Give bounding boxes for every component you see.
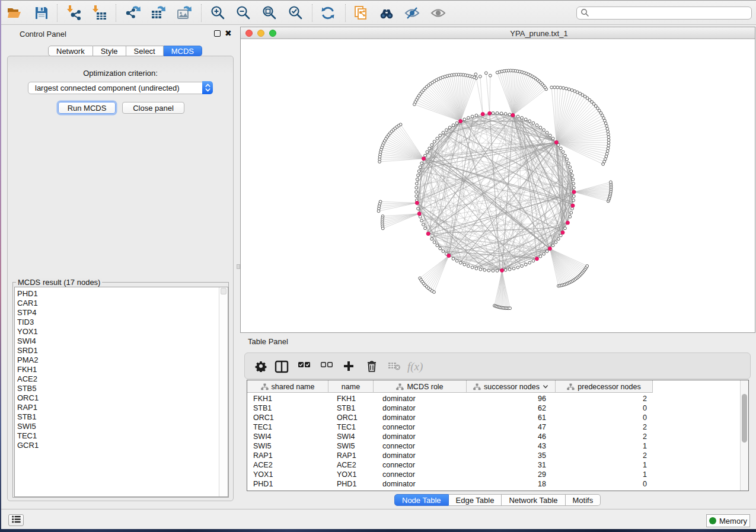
search-input[interactable]	[589, 9, 751, 17]
gear-icon[interactable]	[255, 360, 267, 372]
table-row[interactable]: SWI4SWI4dominator462	[247, 432, 741, 441]
mcds-result-title: MCDS result (17 nodes)	[16, 278, 102, 287]
show-all-icon[interactable]	[430, 5, 446, 21]
control-panel-tabs: NetworkStyleSelectMCDS	[48, 46, 202, 56]
mcds-result-node[interactable]: STB1	[17, 412, 219, 422]
table-tab-motifs[interactable]: Motifs	[566, 494, 601, 506]
export-table-icon[interactable]	[150, 5, 167, 21]
column-header-predecessor-nodes[interactable]: predecessor nodes	[556, 380, 653, 393]
first-neighbors-icon[interactable]	[378, 5, 395, 21]
mcds-result-node[interactable]: PMA2	[17, 355, 219, 365]
table-panel-title: Table Panel	[248, 337, 288, 346]
memory-button[interactable]: Memory	[706, 514, 750, 527]
table-row[interactable]: TEC1TEC1connector472	[247, 422, 741, 432]
svg-text:f(x): f(x)	[407, 360, 423, 373]
table-tab-network-table[interactable]: Network Table	[502, 494, 565, 506]
cell-mcds-role: dominator	[382, 479, 416, 489]
cell-shared-name: ORC1	[253, 413, 274, 422]
hide-selected-icon[interactable]	[404, 5, 420, 21]
control-tab-mcds[interactable]: MCDS	[164, 46, 202, 56]
mcds-result-node[interactable]: PHD1	[17, 289, 219, 299]
control-tab-select[interactable]: Select	[126, 46, 164, 56]
network-canvas[interactable]	[241, 39, 755, 332]
table-scrollbar-thumb[interactable]	[742, 394, 747, 443]
import-network-icon[interactable]	[66, 5, 82, 21]
export-network-icon[interactable]	[125, 5, 141, 21]
mcds-result-node[interactable]: SRD1	[17, 346, 219, 355]
table-row[interactable]: SWI5SWI5connector431	[247, 441, 741, 451]
table-row[interactable]: YOX1YOX1connector291	[247, 470, 741, 479]
table-row[interactable]: FKH1FKH1dominator962	[247, 394, 741, 403]
column-header-shared-name[interactable]: shared name	[247, 380, 328, 393]
table-scrollbar[interactable]	[740, 380, 748, 491]
float-icon[interactable]	[214, 30, 221, 37]
mcds-result-node[interactable]: GCR1	[17, 441, 219, 450]
close-panel-button[interactable]: Close panel	[122, 102, 184, 114]
cell-predecessor-nodes: 0	[556, 403, 647, 413]
table-tab-edge-table[interactable]: Edge Table	[449, 494, 502, 506]
mcds-result-node[interactable]: SWI5	[17, 422, 219, 431]
close-icon[interactable]: ✖	[225, 30, 232, 37]
save-session-icon[interactable]	[33, 5, 50, 21]
cell-successor-nodes: 31	[467, 460, 546, 470]
zoom-fit-icon[interactable]	[261, 5, 277, 21]
table-row[interactable]: PHD1PHD1dominator180	[247, 479, 741, 489]
mcds-result-node[interactable]: ORC1	[17, 393, 219, 403]
mcds-result-node[interactable]: SWI4	[17, 336, 219, 346]
column-header-MCDS-role[interactable]: MCDS role	[374, 380, 467, 393]
toolbar-separator	[312, 4, 312, 22]
mcds-result-node[interactable]: TEC1	[17, 431, 219, 441]
cell-shared-name: ACE2	[253, 460, 273, 470]
cell-successor-nodes: 61	[467, 413, 546, 422]
control-tab-network[interactable]: Network	[48, 46, 93, 56]
cell-predecessor-nodes: 1	[556, 470, 647, 479]
cell-shared-name: RAP1	[253, 451, 273, 460]
zoom-out-icon[interactable]	[235, 5, 251, 21]
add-icon[interactable]	[343, 360, 355, 372]
refresh-icon[interactable]	[320, 5, 336, 21]
control-panel-title: Control Panel	[20, 30, 66, 39]
show-columns-icon[interactable]	[275, 360, 289, 372]
deselect-all-icon[interactable]	[320, 360, 333, 372]
run-mcds-button[interactable]: Run MCDS	[58, 102, 116, 114]
cell-name: SWI4	[337, 432, 355, 441]
mcds-result-node[interactable]: FKH1	[17, 365, 219, 374]
column-header-successor-nodes[interactable]: successor nodes	[467, 380, 556, 393]
import-table-icon[interactable]	[91, 5, 108, 21]
mcds-result-list[interactable]: PHD1CAR1STP4TID3YOX1SWI4SRD1PMA2FKH1ACE2…	[14, 287, 228, 497]
table-row[interactable]: RAP1RAP1dominator352	[247, 451, 741, 460]
result-list-scrollbar[interactable]	[219, 287, 228, 496]
mcds-result-node[interactable]: CAR1	[17, 299, 219, 308]
node-table: shared namenameMCDS rolesuccessor nodesp…	[247, 380, 749, 491]
column-header-name[interactable]: name	[328, 380, 374, 393]
optimization-criterion-select[interactable]: largest connected component (undirected)	[28, 82, 213, 94]
zoom-in-icon[interactable]	[209, 5, 226, 21]
table-row[interactable]: ORC1ORC1dominator610	[247, 413, 741, 422]
zoom-selected-icon[interactable]	[287, 5, 304, 21]
memory-status-dot	[709, 517, 716, 524]
mcds-result-node[interactable]: STP4	[17, 308, 219, 318]
open-file-icon[interactable]	[6, 5, 23, 21]
mcds-result-node[interactable]: YOX1	[17, 327, 219, 336]
cell-mcds-role: dominator	[382, 451, 416, 460]
export-image-icon[interactable]	[176, 5, 193, 21]
cell-shared-name: TEC1	[253, 422, 272, 432]
select-all-icon[interactable]	[298, 360, 311, 372]
table-row[interactable]: STB1STB1dominator620	[247, 403, 741, 413]
mcds-result-node[interactable]: RAP1	[17, 403, 219, 412]
delete-icon[interactable]	[366, 360, 377, 372]
table-row[interactable]: ACE2ACE2connector311	[247, 460, 741, 470]
cell-name: ORC1	[337, 413, 358, 422]
control-tab-style[interactable]: Style	[93, 46, 126, 56]
table-tab-node-table[interactable]: Node Table	[394, 494, 449, 506]
network-graph[interactable]	[241, 39, 755, 332]
task-history-button[interactable]	[8, 514, 24, 526]
mcds-result-node[interactable]: STB5	[17, 384, 219, 393]
mcds-result-node[interactable]: TID3	[17, 318, 219, 327]
search-box[interactable]	[576, 7, 752, 20]
mcds-result-node[interactable]: ACE2	[17, 374, 219, 384]
network-view-window: YPA_prune.txt_1	[240, 27, 755, 333]
cell-shared-name: SWI5	[253, 441, 272, 451]
duplicate-network-icon[interactable]	[353, 5, 369, 21]
toolbar-separator	[57, 4, 58, 22]
